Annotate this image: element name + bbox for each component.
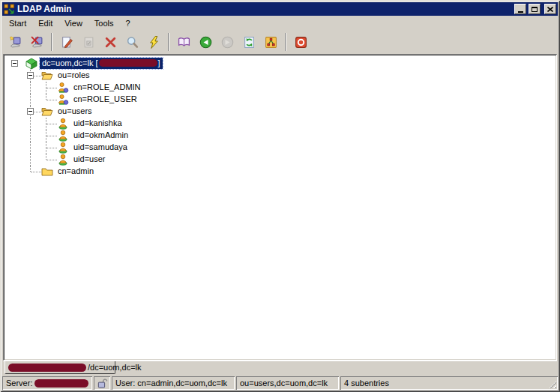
folder-open-icon — [41, 70, 53, 82]
app-icon — [4, 4, 15, 15]
back-icon — [199, 36, 212, 49]
toolbar-separator — [285, 33, 286, 51]
tree-expander-minus[interactable] — [27, 72, 34, 79]
refresh-icon — [243, 36, 256, 49]
role-icon — [57, 94, 69, 106]
subentries-panel: 4 subentries — [340, 376, 558, 390]
server-panel: Server: — [2, 376, 92, 390]
tab-bar: /dc=uom,dc=lk — [3, 361, 557, 375]
app-window: LDAP Admin StartEditViewTools? dc=uom,dc… — [0, 0, 560, 392]
edit-icon — [61, 36, 73, 49]
tree-line — [46, 94, 46, 100]
user-panel: User: cn=admin,dc=uom,dc=lk — [112, 376, 235, 390]
tree-item-ou-roles[interactable]: ou=roles — [5, 70, 555, 82]
subentries-panel-text: 4 subentries — [344, 379, 389, 388]
redacted-server-name — [8, 364, 86, 372]
tree-item-label: uid=samudaya — [71, 142, 130, 153]
tree-icon — [265, 36, 277, 49]
tree-item-cn-admin[interactable]: cn=admin — [5, 166, 555, 178]
tree-expander-minus[interactable] — [27, 108, 34, 115]
tree-line — [30, 82, 31, 94]
tree-line — [30, 166, 31, 172]
delete-button[interactable] — [100, 32, 120, 52]
refresh-button[interactable] — [239, 32, 259, 52]
base-dn-panel-text: ou=users,dc=uom,dc=lk — [240, 379, 328, 388]
forward-icon — [221, 36, 234, 49]
disconnect-icon — [31, 36, 43, 49]
resize-grip[interactable] — [547, 379, 556, 388]
forward-button — [217, 32, 237, 52]
tree-item-label: uid=okmAdmin — [71, 130, 130, 141]
close-button[interactable] — [544, 4, 556, 14]
tree-line — [46, 136, 57, 136]
tree-item-uid-user[interactable]: uid=user — [5, 154, 555, 166]
menu-help[interactable]: ? — [120, 16, 136, 30]
directory-tree-button[interactable] — [261, 32, 280, 52]
ldap-tree: dc=uom,dc=lk []ou=rolescn=ROLE_ADMINcn=R… — [3, 54, 557, 361]
server-panel-label: Server: — [6, 379, 32, 388]
toolbar-separator — [51, 33, 52, 51]
tree-line — [31, 172, 41, 172]
tree-line — [46, 124, 57, 124]
tree-item-uid-samudaya[interactable]: uid=samudaya — [5, 142, 555, 154]
window-title: LDAP Admin — [17, 4, 512, 14]
menu-edit[interactable]: Edit — [32, 16, 58, 30]
tab-connection[interactable]: /dc=uom,dc=lk — [4, 361, 115, 374]
tree-item-uid-okmadmin[interactable]: uid=okmAdmin — [5, 130, 555, 142]
back-button[interactable] — [196, 32, 215, 52]
connect-button[interactable] — [5, 32, 25, 52]
search-icon — [126, 36, 139, 49]
status-bar: Server:User: cn=admin,dc=uom,dc=lkou=use… — [2, 375, 558, 390]
user-icon — [57, 142, 69, 154]
tree-item-role-admin[interactable]: cn=ROLE_ADMIN — [5, 82, 555, 94]
unlock-icon — [97, 378, 108, 389]
menu-view[interactable]: View — [58, 16, 88, 30]
close-icon — [547, 7, 553, 12]
tree-item-label: ou=roles — [55, 70, 92, 81]
tree-line — [30, 154, 31, 166]
delete-icon — [104, 36, 117, 49]
folder-open-icon — [41, 106, 53, 118]
tree-line — [46, 154, 46, 160]
user-icon — [57, 154, 69, 166]
tree-line — [46, 160, 57, 160]
exit-button[interactable] — [291, 32, 310, 52]
maximize-icon — [532, 7, 538, 12]
book-icon — [178, 36, 190, 49]
menu-bar: StartEditViewTools? — [2, 16, 558, 31]
tree-item-label: uid=kanishka — [71, 118, 124, 129]
tree-item-role-user[interactable]: cn=ROLE_USER — [5, 94, 555, 106]
user-panel-text: User: cn=admin,dc=uom,dc=lk — [115, 379, 227, 388]
quick-modify-button[interactable] — [144, 32, 163, 52]
menu-tools[interactable]: Tools — [88, 16, 120, 30]
schema-button[interactable] — [174, 32, 193, 52]
tree-item-label: cn=ROLE_USER — [71, 94, 139, 105]
tree-item-ou-users[interactable]: ou=users — [5, 106, 555, 118]
lock-panel — [94, 376, 110, 390]
tree-line — [30, 142, 31, 154]
tree-line — [46, 88, 57, 88]
minimize-icon — [518, 11, 523, 13]
disconnect-button[interactable] — [27, 32, 46, 52]
tree-item-label: cn=ROLE_ADMIN — [71, 82, 143, 93]
root-icon — [25, 58, 37, 70]
tree-expander-minus[interactable] — [11, 60, 18, 67]
minimize-button[interactable] — [514, 4, 526, 14]
tree-line — [30, 94, 31, 106]
menu-start[interactable]: Start — [3, 16, 32, 30]
tree-item-uid-kanishka[interactable]: uid=kanishka — [5, 118, 555, 130]
search-button[interactable] — [122, 32, 142, 52]
edit-entry-button[interactable] — [57, 32, 76, 52]
tree-line — [30, 130, 31, 142]
title-bar: LDAP Admin — [2, 2, 558, 16]
tree-item-label: cn=admin — [55, 166, 96, 177]
redacted-text — [99, 59, 157, 67]
tree-line — [46, 100, 57, 100]
tab-label: /dc=uom,dc=lk — [88, 363, 142, 372]
user-icon — [57, 118, 69, 130]
maximize-button[interactable] — [529, 4, 541, 14]
role-icon — [57, 82, 69, 94]
redacted-server-value — [34, 379, 88, 388]
save-button — [79, 32, 98, 52]
tree-item-root[interactable]: dc=uom,dc=lk [] — [5, 58, 555, 70]
